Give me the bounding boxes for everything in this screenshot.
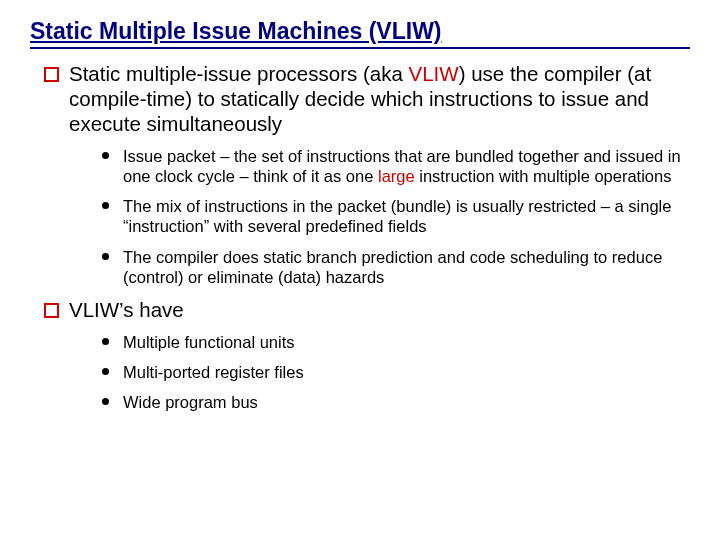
list-item: The mix of instructions in the packet (b… [102, 196, 690, 236]
section-1-text: Static multiple-issue processors (aka VL… [69, 61, 690, 136]
b1-0-red: large [378, 167, 415, 185]
slide: Static Multiple Issue Machines (VLIW) St… [0, 0, 720, 442]
dot-bullet-icon [102, 152, 109, 159]
list-item: Multiple functional units [102, 332, 690, 352]
section-2: VLIW’s have Multiple functional units Mu… [44, 297, 690, 412]
b1-0-post: instruction with multiple operations [415, 167, 672, 185]
list-item: Issue packet – the set of instructions t… [102, 146, 690, 186]
sub-text: The mix of instructions in the packet (b… [123, 196, 690, 236]
dot-bullet-icon [102, 398, 109, 405]
list-item: Multi-ported register files [102, 362, 690, 382]
sub-text: Issue packet – the set of instructions t… [123, 146, 690, 186]
square-bullet-icon [44, 303, 59, 318]
list-item: Wide program bus [102, 392, 690, 412]
section-2-sublist: Multiple functional units Multi-ported r… [102, 332, 690, 412]
slide-title: Static Multiple Issue Machines (VLIW) [30, 18, 690, 49]
dot-bullet-icon [102, 338, 109, 345]
sub-text: The compiler does static branch predicti… [123, 247, 690, 287]
sub-text: Wide program bus [123, 392, 258, 412]
section-1-pre: Static multiple-issue processors (aka [69, 62, 409, 85]
section-2-text: VLIW’s have [69, 297, 184, 322]
section-1-red: VLIW [409, 62, 459, 85]
section-1: Static multiple-issue processors (aka VL… [44, 61, 690, 287]
dot-bullet-icon [102, 368, 109, 375]
sub-text: Multiple functional units [123, 332, 295, 352]
sub-text: Multi-ported register files [123, 362, 304, 382]
square-bullet-icon [44, 67, 59, 82]
list-item: The compiler does static branch predicti… [102, 247, 690, 287]
dot-bullet-icon [102, 253, 109, 260]
dot-bullet-icon [102, 202, 109, 209]
section-1-sublist: Issue packet – the set of instructions t… [102, 146, 690, 287]
